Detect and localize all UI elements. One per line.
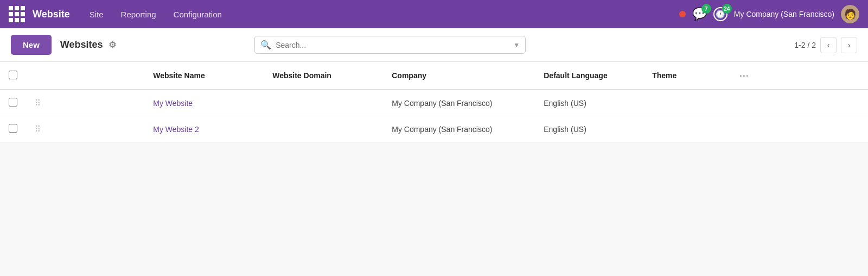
table-row: ⠿ My Website 2 My Company (San Francisco… [0,116,868,142]
row-drag-handle-cell: ⠿ [26,90,144,116]
table-header-row: Website Name Website Domain Company Defa… [0,62,868,90]
column-options-icon[interactable]: ⋯ [739,70,749,81]
chat-icon[interactable]: 💬 7 [692,7,707,21]
row-company: My Company (San Francisco) [383,116,535,142]
company-name: My Company (San Francisco) [734,10,834,18]
chat-badge: 7 [701,4,711,14]
row-website-name[interactable]: My Website [144,90,264,116]
row-checkbox-1[interactable] [9,124,17,133]
drag-handle-icon[interactable]: ⠿ [35,124,41,134]
header-website-domain: Website Domain [264,62,383,90]
header-checkbox-cell [0,62,26,90]
row-checkbox-cell [0,90,26,116]
section-title-container: Websites ⚙ [60,39,116,51]
settings-gear-icon[interactable]: ⚙ [108,40,116,50]
activity-icon[interactable]: 🕐 24 [713,7,727,21]
header-drag [26,62,144,90]
row-more-cell [730,116,868,142]
search-bar: 🔍 ▼ [254,36,526,54]
header-website-name: Website Name [144,62,264,90]
row-drag-handle-cell: ⠿ [26,116,144,142]
new-button[interactable]: New [11,35,52,55]
activity-badge: 24 [722,4,732,14]
header-more: ⋯ [730,62,868,90]
search-dropdown-icon[interactable]: ▼ [513,41,520,49]
row-website-domain [264,116,383,142]
nav-link-site[interactable]: Site [83,7,110,22]
row-more-cell [730,90,868,116]
toolbar: New Websites ⚙ 🔍 ▼ 1-2 / 2 ‹ › [0,28,868,62]
row-company: My Company (San Francisco) [383,90,535,116]
pagination-prev-button[interactable]: ‹ [820,37,837,53]
row-theme [643,90,730,116]
pagination: 1-2 / 2 ‹ › [794,37,857,53]
top-navigation: Website Site Reporting Configuration 💬 7… [0,0,868,28]
status-indicator [679,11,686,17]
row-checkbox-cell [0,116,26,142]
table-row: ⠿ My Website My Company (San Francisco) … [0,90,868,116]
search-icon: 🔍 [260,40,271,50]
header-theme: Theme [643,62,730,90]
nav-link-reporting[interactable]: Reporting [114,7,163,22]
nav-link-configuration[interactable]: Configuration [167,7,228,22]
section-title-text: Websites [60,39,103,51]
row-language: English (US) [535,116,643,142]
pagination-next-button[interactable]: › [841,37,857,53]
header-company: Company [383,62,535,90]
websites-table-container: Website Name Website Domain Company Defa… [0,62,868,142]
row-language: English (US) [535,90,643,116]
search-input[interactable] [276,41,513,49]
row-website-domain [264,90,383,116]
apps-grid-icon[interactable] [9,6,25,22]
pagination-text: 1-2 / 2 [794,41,816,49]
websites-table: Website Name Website Domain Company Defa… [0,62,868,142]
row-theme [643,116,730,142]
user-avatar[interactable]: 🧑 [841,5,859,23]
row-website-name[interactable]: My Website 2 [144,116,264,142]
app-brand: Website [33,9,70,20]
row-checkbox-0[interactable] [9,98,17,106]
select-all-checkbox[interactable] [9,71,17,79]
header-default-language: Default Language [535,62,643,90]
drag-handle-icon[interactable]: ⠿ [35,98,41,108]
